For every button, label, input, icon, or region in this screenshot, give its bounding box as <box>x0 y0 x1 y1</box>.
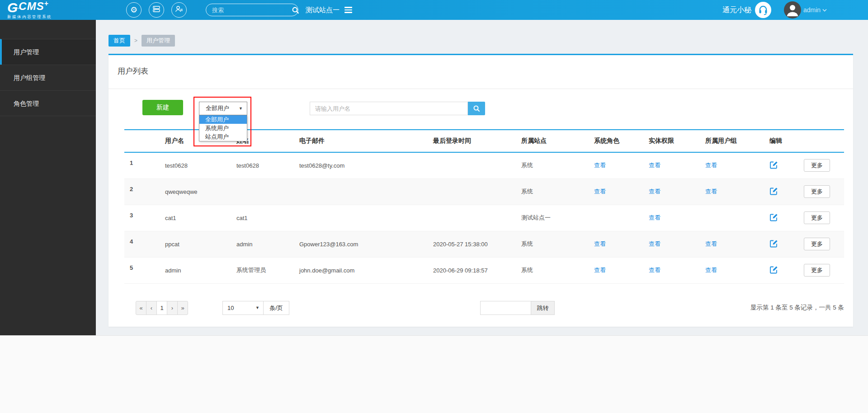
pagination: «‹1›» <box>136 301 188 315</box>
user_group-cell: 查看 <box>702 257 766 283</box>
global-search-input[interactable] <box>206 5 292 15</box>
row-index: 3 <box>124 205 161 231</box>
more-button[interactable]: 更多 <box>804 264 830 277</box>
global-search <box>206 4 298 16</box>
user-group-view-link[interactable]: 查看 <box>705 240 717 247</box>
caret-down-icon: ▼ <box>255 301 259 314</box>
divider <box>108 89 853 89</box>
last-login-cell <box>429 178 518 205</box>
entity-perm-view-link[interactable]: 查看 <box>649 267 660 273</box>
edit-icon[interactable] <box>769 213 778 222</box>
logo-power-text: power <box>12 7 21 9</box>
user-type-options: 全部用户系统用户站点用户 <box>199 115 247 141</box>
edit-icon[interactable] <box>769 187 778 196</box>
topbar-right: 通元小秘 admin <box>722 0 827 20</box>
settings-button[interactable]: ⚙ <box>126 2 142 18</box>
logo-subtitle: 新媒体内容管理系统 <box>7 15 52 19</box>
user-group-view-link[interactable]: 查看 <box>705 188 717 195</box>
user-group-view-link[interactable]: 查看 <box>705 162 717 169</box>
entity_perm-cell: 查看 <box>645 178 702 205</box>
search-icon[interactable] <box>292 6 299 14</box>
more-button[interactable]: 更多 <box>804 211 830 224</box>
entity_perm-cell: 查看 <box>645 152 702 178</box>
avatar[interactable] <box>784 1 801 19</box>
more-button[interactable]: 更多 <box>804 159 830 172</box>
content-panel-button[interactable] <box>149 2 164 18</box>
headset-icon[interactable] <box>755 2 771 18</box>
user_group-cell <box>702 205 766 231</box>
jump-button[interactable]: 跳转 <box>531 301 555 315</box>
user-type-select[interactable]: 全部用户 ▼ <box>199 102 247 115</box>
caret-down-icon <box>822 9 827 12</box>
more-button[interactable]: 更多 <box>804 185 830 198</box>
entity-perm-view-link[interactable]: 查看 <box>649 214 660 221</box>
last-login-cell: 2020-06-29 09:18:57 <box>429 257 518 283</box>
column-header-8: 编辑 <box>766 130 800 152</box>
system-role-view-link[interactable]: 查看 <box>594 188 606 195</box>
site-cell: 系统 <box>518 152 590 178</box>
edit-icon[interactable] <box>769 160 778 169</box>
system-role-view-link[interactable]: 查看 <box>594 240 606 247</box>
pager-button-1[interactable]: ‹ <box>146 301 157 315</box>
entity-perm-view-link[interactable]: 查看 <box>649 162 660 169</box>
sidebar-item-2[interactable]: 角色管理 <box>0 90 96 116</box>
user-management-button[interactable] <box>171 2 187 18</box>
system_role-cell: 查看 <box>590 257 645 283</box>
last-login-cell <box>429 205 518 231</box>
site-cell: 系统 <box>518 178 590 205</box>
site-cell: 系统 <box>518 257 590 283</box>
system_role-cell <box>590 205 645 231</box>
username-search-input[interactable] <box>310 102 468 115</box>
records-summary: 显示第 1 条至 5 条记录，一共 5 条 <box>750 304 844 312</box>
panel-icon <box>152 5 160 15</box>
user-menu[interactable]: admin <box>803 6 827 14</box>
assistant-label: 通元小秘 <box>722 5 751 15</box>
new-user-button[interactable]: 新建 <box>142 100 183 115</box>
jump-control: 跳转 <box>480 301 555 315</box>
edit-cell <box>766 178 800 205</box>
edit-cell <box>766 152 800 178</box>
column-header-4: 所属站点 <box>518 130 590 152</box>
screen: G power CMS + 新媒体内容管理系统 ⚙ <box>0 0 868 413</box>
name-cell: cat1 <box>233 205 296 231</box>
more-button[interactable]: 更多 <box>804 238 830 250</box>
gear-icon: ⚙ <box>130 6 137 14</box>
content-area: 首页 > 用户管理 用户列表 新建 全部用户 ▼ 全部用户系统用户站点用户 <box>96 20 868 335</box>
page-size-select[interactable]: 10 ▼ <box>222 301 264 315</box>
email-cell: Gpower123@163.com <box>296 231 429 257</box>
pager-button-4[interactable]: » <box>177 301 188 315</box>
name-cell <box>233 178 296 205</box>
sidebar-item-0[interactable]: 用户管理 <box>0 39 96 65</box>
menu-icon[interactable] <box>344 7 352 14</box>
search-icon <box>473 105 480 112</box>
sidebar-item-1[interactable]: 用户组管理 <box>0 65 96 90</box>
column-header-2: 电子邮件 <box>296 130 429 152</box>
user-group-view-link[interactable]: 查看 <box>705 267 717 273</box>
system-role-view-link[interactable]: 查看 <box>594 267 606 273</box>
system-role-view-link[interactable]: 查看 <box>594 162 606 169</box>
breadcrumb-home[interactable]: 首页 <box>108 35 130 47</box>
user-type-option-2[interactable]: 站点用户 <box>199 132 247 141</box>
pager-page-current[interactable]: 1 <box>156 301 167 315</box>
edit-icon[interactable] <box>769 239 778 248</box>
breadcrumb-separator: > <box>134 38 137 44</box>
username-cell: test0628 <box>161 152 233 178</box>
site-cell: 系统 <box>518 231 590 257</box>
jump-page-input[interactable] <box>480 301 531 315</box>
edit-icon[interactable] <box>769 265 778 274</box>
system_role-cell: 查看 <box>590 178 645 205</box>
sidebar: 用户管理用户组管理角色管理 <box>0 20 96 335</box>
username-cell: cat1 <box>161 205 233 231</box>
user-type-option-0[interactable]: 全部用户 <box>199 115 247 124</box>
site-selector[interactable]: 测试站点一 <box>306 6 340 14</box>
email-cell <box>296 178 429 205</box>
search-button[interactable] <box>468 102 485 115</box>
table-row-4: 4ppcatadminGpower123@163.com2020-05-27 1… <box>124 231 844 257</box>
pager-button-0[interactable]: « <box>136 301 146 315</box>
entity-perm-view-link[interactable]: 查看 <box>649 240 660 247</box>
page-size-value: 10 <box>227 305 234 311</box>
entity-perm-view-link[interactable]: 查看 <box>649 188 660 195</box>
entity_perm-cell: 查看 <box>645 205 702 231</box>
user-type-option-1[interactable]: 系统用户 <box>199 124 247 132</box>
pager-button-3[interactable]: › <box>167 301 178 315</box>
